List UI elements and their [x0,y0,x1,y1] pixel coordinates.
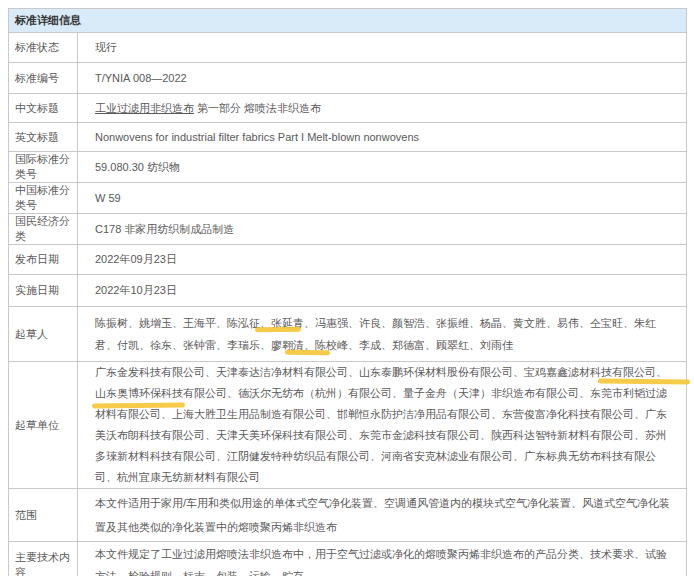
row-value: T/YNIA 008—2022 [78,63,687,94]
row-value: 现行 [78,33,687,63]
table-row-publish-date: 发布日期 2022年09月23日 [9,245,687,275]
row-label: 标准状态 [9,33,78,63]
table-row-implement-date: 实施日期 2022年10月23日 [9,275,687,307]
row-value: 2022年10月23日 [78,275,687,307]
table-row-drafting-organizations: 起草单位 广东金发科技有限公司、天津泰达洁净材料有限公司、山东泰鹏环保材料股份有… [9,362,687,489]
row-value: W 59 [78,183,687,214]
table-row-chinese-title: 中文标题 工业过滤用非织造布 第一部分 熔喷法非织造布 [9,94,687,123]
row-label: 主要技术内容 [9,542,78,576]
row-label: 起草人 [9,307,78,362]
row-value: 本文件适用于家用/车用和类似用途的单体式空气净化装置、空调通风管道内的模块式空气… [78,489,687,542]
row-value: Nonwovens for industrial filter fabrics … [78,123,687,152]
standard-detail-table: 标准详细信息 标准状态 现行 标准编号 T/YNIA 008—2022 中文标题… [8,8,687,576]
row-value: 陈振树、姚增玉、王海平、陈泓征、张延青、冯惠强、许良、颜智浩、张振维、杨晶、黄文… [78,307,687,362]
row-label: 标准编号 [9,63,78,94]
row-value: 本文件规定了工业过滤用熔喷法非织造布中，用于空气过滤或净化的熔喷聚丙烯非织造布的… [78,542,687,576]
row-label: 英文标题 [9,123,78,152]
row-value: 广东金发科技有限公司、天津泰达洁净材料有限公司、山东泰鹏环保材料股份有限公司、宝… [78,362,687,489]
row-label: 国际标准分类号 [9,152,78,183]
row-label: 国民经济分类 [9,214,78,245]
table-row-drafters: 起草人 陈振树、姚增玉、王海平、陈泓征、张延青、冯惠强、许良、颜智浩、张振维、杨… [9,307,687,362]
table-row-standard-no: 标准编号 T/YNIA 008—2022 [9,63,687,94]
row-label: 发布日期 [9,245,78,275]
table-row-status: 标准状态 现行 [9,33,687,63]
table-row-main-technical-content: 主要技术内容 本文件规定了工业过滤用熔喷法非织造布中，用于空气过滤或净化的熔喷聚… [9,542,687,576]
row-label: 范围 [9,489,78,542]
table-row-english-title: 英文标题 Nonwovens for industrial filter fab… [9,123,687,152]
row-value: C178 非家用纺织制成品制造 [78,214,687,245]
table-row-scope: 范围 本文件适用于家用/车用和类似用途的单体式空气净化装置、空调通风管道内的模块… [9,489,687,542]
table-title: 标准详细信息 [9,9,687,33]
row-label: 实施日期 [9,275,78,307]
table-row-ics: 国际标准分类号 59.080.30 纺织物 [9,152,687,183]
standard-detail-page: 标准详细信息 标准状态 现行 标准编号 T/YNIA 008—2022 中文标题… [0,0,694,576]
row-value: 工业过滤用非织造布 第一部分 熔喷法非织造布 [78,94,687,123]
table-row-ccs: 中国标准分类号 W 59 [9,183,687,214]
standard-title-rest: 第一部分 熔喷法非织造布 [194,102,321,114]
row-label: 起草单位 [9,362,78,489]
row-label: 中文标题 [9,94,78,123]
row-label: 中国标准分类号 [9,183,78,214]
row-value: 59.080.30 纺织物 [78,152,687,183]
table-header-row: 标准详细信息 [9,9,687,33]
table-row-economy-class: 国民经济分类 C178 非家用纺织制成品制造 [9,214,687,245]
row-value: 2022年09月23日 [78,245,687,275]
standard-title-link[interactable]: 工业过滤用非织造布 [95,102,194,114]
